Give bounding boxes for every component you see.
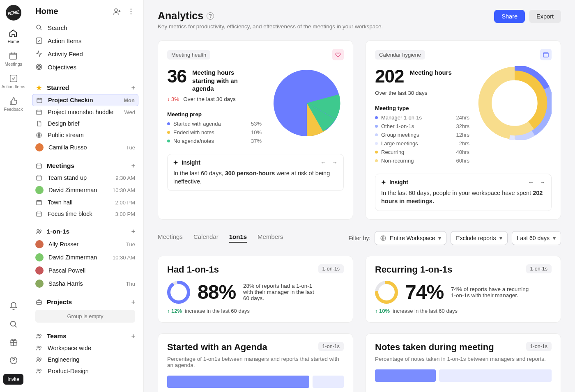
sidebar-item-david-zimmerman[interactable]: David Zimmerman 10:30 AM (32, 251, 138, 264)
card-subtitle: Percentage of 1-on1s between managers an… (167, 356, 344, 368)
insight-prev-icon[interactable]: ← (320, 159, 326, 166)
insight-label: Insight (389, 179, 408, 186)
add-icon[interactable]: + (131, 84, 135, 92)
insight-next-icon[interactable]: → (332, 159, 338, 166)
tab-calendar[interactable]: Calendar (193, 233, 218, 243)
metric-number: 202 (375, 66, 404, 87)
add-user-icon[interactable] (113, 7, 121, 16)
people-icon (35, 345, 43, 351)
sidebar-item-focus-time-block[interactable]: Focus time block 3:00 PM (32, 208, 138, 220)
legend-value: 37% (251, 138, 262, 144)
sidebar-item-sasha-harris[interactable]: Sasha Harris Thu (32, 277, 138, 290)
calendar-icon (35, 163, 43, 169)
workspace-select[interactable]: Entire Workspace▾ (375, 231, 446, 245)
meeting-prep-pie-chart (270, 66, 344, 147)
help-icon[interactable] (9, 356, 18, 365)
card-subtitle: Percentage of notes taken in 1-on-1s bet… (375, 356, 552, 362)
add-icon[interactable]: + (131, 298, 135, 306)
sidebar-nav-action-items[interactable]: Action Items (32, 34, 138, 47)
gift-icon[interactable] (9, 338, 18, 347)
tab-1on1s[interactable]: 1on1s (229, 233, 247, 243)
card-pill: 1-on-1s (526, 342, 552, 351)
avatar (35, 266, 44, 275)
section-head-projects[interactable]: Projects + (32, 296, 138, 308)
metric-label: Meeting hours (409, 66, 452, 77)
help-tooltip-icon[interactable]: ? (207, 12, 214, 20)
legend-value: 12hrs (456, 132, 469, 138)
check-square-icon (35, 37, 43, 44)
rail-feedback[interactable]: Feedback (4, 96, 23, 112)
rail-meetings[interactable]: Meetings (5, 51, 22, 66)
sidebar-item-david-zimmerman[interactable]: David Zimmerman 10:30 AM (32, 183, 138, 197)
sidebar-item-public-stream[interactable]: Public stream (32, 129, 138, 141)
legend-title: Meeting prep (167, 111, 262, 117)
section-head-teams[interactable]: Teams + (32, 330, 138, 342)
section-title: Meetings (47, 162, 74, 170)
tab-meetings[interactable]: Meetings (158, 233, 183, 243)
more-icon[interactable] (127, 7, 135, 16)
add-icon[interactable]: + (131, 332, 135, 340)
nav-rail: ACME Home Meetings Action Items Feedback… (0, 0, 27, 392)
svg-rect-33 (543, 53, 548, 57)
sidebar-nav-objectives[interactable]: Objectives (32, 60, 138, 73)
sidebar-title: Home (35, 7, 58, 16)
legend-dot (167, 131, 170, 134)
item-label: Team stand up (48, 174, 87, 181)
section-head-meetings[interactable]: Meetings + (32, 160, 138, 172)
exclude-select[interactable]: Exclude reports▾ (451, 231, 507, 245)
svg-point-43 (169, 282, 189, 302)
svg-point-24 (37, 334, 39, 336)
section-head-1-on-1s[interactable]: 1-on-1s + (32, 225, 138, 238)
export-button[interactable]: Export (529, 10, 561, 23)
add-icon[interactable]: + (131, 228, 135, 235)
meeting-health-card: Meeting health 36 Meeting hours starting… (158, 40, 353, 220)
check-square-icon (9, 74, 18, 83)
sidebar-item-town-hall[interactable]: Town hall 2:00 PM (32, 197, 138, 208)
tab-members[interactable]: Members (258, 233, 283, 243)
item-meta: Mon (124, 97, 135, 103)
rail-home[interactable]: Home (7, 29, 19, 44)
add-icon[interactable]: + (131, 162, 135, 170)
insight-prev-icon[interactable]: ← (528, 179, 534, 186)
sidebar-item-team-stand-up[interactable]: Team stand up 9:30 AM (32, 172, 138, 183)
chevron-down-icon: ▾ (438, 235, 441, 241)
item-label: Workspace wide (48, 345, 91, 351)
sidebar-item-ally-rosser[interactable]: Ally Rosser Tue (32, 238, 138, 251)
item-label: Product-Design (48, 368, 89, 374)
svg-rect-20 (37, 212, 41, 216)
invite-button[interactable]: Invite (3, 374, 23, 385)
section-title: Starred (47, 84, 69, 92)
stat-description: 74% of reports have a recurring 1-on-1s … (451, 286, 529, 298)
svg-point-31 (39, 369, 41, 371)
legend-dot (375, 116, 378, 119)
sidebar-item-workspace-wide[interactable]: Workspace wide (32, 342, 138, 354)
sidebar-item-project-moonshot-huddle[interactable]: Project moonshot huddle Wed (32, 106, 138, 118)
sidebar-item-camilla-russo[interactable]: Camilla Russo Tue (32, 141, 138, 154)
range-select[interactable]: Last 60 days▾ (512, 231, 561, 245)
rail-action-items[interactable]: Action Items (2, 74, 25, 89)
metric-label: Meeting hours starting with an agenda (192, 66, 258, 93)
svg-rect-14 (37, 98, 42, 103)
share-button[interactable]: Share (494, 10, 525, 23)
insight-next-icon[interactable]: → (540, 179, 545, 186)
donut-chart (167, 281, 190, 304)
main-content: Analytics ? Key metrics for productivity… (144, 0, 575, 392)
sidebar-item-pascal-powell[interactable]: Pascal Powell (32, 264, 138, 277)
search-icon[interactable] (9, 320, 18, 329)
section-head-starred[interactable]: Starred + (32, 82, 138, 94)
sidebar-nav-activity-feed[interactable]: Activity Feed (32, 47, 138, 60)
notes-progress-chart (375, 369, 552, 382)
home-icon (9, 29, 18, 38)
sidebar-item-engineering[interactable]: Engineering (32, 354, 138, 365)
sidebar-item-design-brief[interactable]: Design brief (32, 118, 138, 129)
sidebar-item-project-checkin[interactable]: Project Checkin Mon (32, 94, 138, 106)
sidebar-nav-search[interactable]: Search (32, 21, 138, 34)
workspace-logo[interactable]: ACME (6, 5, 21, 21)
tabs: MeetingsCalendar1on1sMembers (158, 233, 283, 243)
item-label: Design brief (48, 120, 79, 127)
notifications-icon[interactable] (9, 302, 18, 311)
sidebar-item-product-design[interactable]: Product-Design (32, 365, 138, 377)
calendar-icon (35, 199, 43, 206)
legend-label: Recurring (381, 149, 404, 155)
calendar-icon (35, 109, 43, 115)
